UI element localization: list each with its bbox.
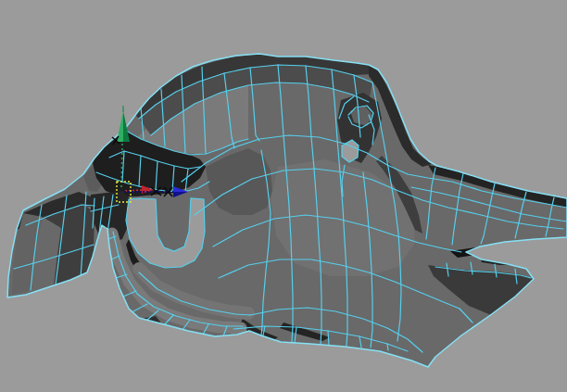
scene-svg (0, 0, 567, 392)
viewport-3d[interactable] (0, 0, 567, 392)
